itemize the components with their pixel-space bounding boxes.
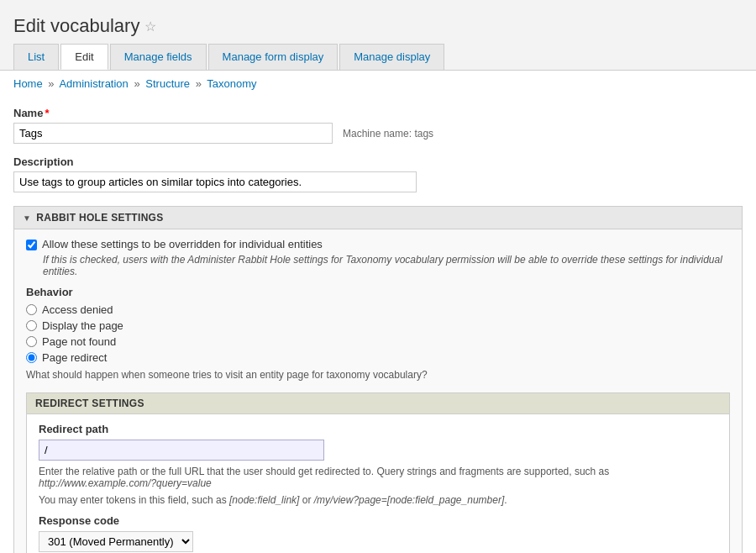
behavior-radio-page-not-found[interactable] bbox=[26, 336, 37, 347]
behavior-radio-page-redirect[interactable] bbox=[26, 352, 37, 363]
name-label: Name* bbox=[13, 107, 743, 119]
name-field-group: Name* Machine name: tags bbox=[13, 107, 743, 144]
behavior-label: Behavior bbox=[26, 286, 730, 298]
description-input[interactable] bbox=[13, 171, 417, 192]
name-input[interactable] bbox=[13, 123, 333, 144]
tab-edit[interactable]: Edit bbox=[60, 44, 108, 70]
override-note: If this is checked, users with the Admin… bbox=[43, 254, 730, 277]
behavior-access-denied: Access denied bbox=[26, 303, 730, 316]
response-code-label: Response code bbox=[39, 514, 717, 527]
collapse-icon[interactable]: ▼ bbox=[23, 213, 31, 223]
behavior-page-redirect: Page redirect bbox=[26, 351, 730, 364]
override-checkbox-row: Allow these settings to be overridden fo… bbox=[26, 238, 730, 250]
behavior-display-page-label[interactable]: Display the page bbox=[42, 319, 123, 332]
behavior-page-not-found-label[interactable]: Page not found bbox=[42, 335, 116, 348]
breadcrumb-administration[interactable]: Administration bbox=[59, 77, 128, 90]
redirect-path-note: Enter the relative path or the full URL … bbox=[39, 466, 717, 489]
behavior-radio-access-denied[interactable] bbox=[26, 304, 37, 315]
redirect-path-label: Redirect path bbox=[39, 423, 717, 435]
tab-manage-fields[interactable]: Manage fields bbox=[110, 44, 207, 70]
override-checkbox[interactable] bbox=[26, 240, 37, 250]
tab-bar: List Edit Manage fields Manage form disp… bbox=[13, 44, 743, 70]
description-label: Description bbox=[13, 155, 743, 168]
rabbit-hole-fieldset: ▼ RABBIT HOLE SETTINGS Allow these setti… bbox=[13, 206, 743, 553]
favorite-icon[interactable]: ☆ bbox=[144, 18, 156, 34]
breadcrumb: Home » Administration » Structure » Taxo… bbox=[0, 71, 756, 97]
behavior-page-redirect-label[interactable]: Page redirect bbox=[42, 351, 107, 364]
behavior-display-page: Display the page bbox=[26, 319, 730, 332]
redirect-path-input[interactable] bbox=[39, 440, 324, 461]
tab-manage-form-display[interactable]: Manage form display bbox=[208, 44, 339, 70]
behavior-page-not-found: Page not found bbox=[26, 335, 730, 348]
required-indicator: * bbox=[45, 107, 49, 119]
breadcrumb-home[interactable]: Home bbox=[13, 77, 43, 90]
behavior-radio-display-page[interactable] bbox=[26, 320, 37, 331]
page-title: Edit vocabulary ☆ bbox=[13, 7, 743, 44]
rabbit-hole-legend: ▼ RABBIT HOLE SETTINGS bbox=[14, 207, 742, 229]
description-field-group: Description bbox=[13, 155, 743, 192]
breadcrumb-structure[interactable]: Structure bbox=[145, 77, 190, 90]
tab-list[interactable]: List bbox=[13, 44, 59, 70]
response-code-select[interactable]: 301 (Moved Permanently) 302 (Found) 303 … bbox=[39, 531, 193, 552]
override-label[interactable]: Allow these settings to be overridden fo… bbox=[42, 238, 323, 250]
behavior-note: What should happen when someone tries to… bbox=[26, 369, 730, 381]
redirect-fieldset: REDIRECT SETTINGS Redirect path Enter th… bbox=[26, 392, 730, 553]
redirect-legend: REDIRECT SETTINGS bbox=[27, 393, 729, 414]
machine-name: Machine name: tags bbox=[343, 128, 433, 140]
redirect-token-note: You may enter tokens in this field, such… bbox=[39, 494, 717, 506]
tab-manage-display[interactable]: Manage display bbox=[339, 44, 444, 70]
behavior-access-denied-label[interactable]: Access denied bbox=[42, 303, 113, 316]
breadcrumb-taxonomy[interactable]: Taxonomy bbox=[207, 77, 256, 90]
